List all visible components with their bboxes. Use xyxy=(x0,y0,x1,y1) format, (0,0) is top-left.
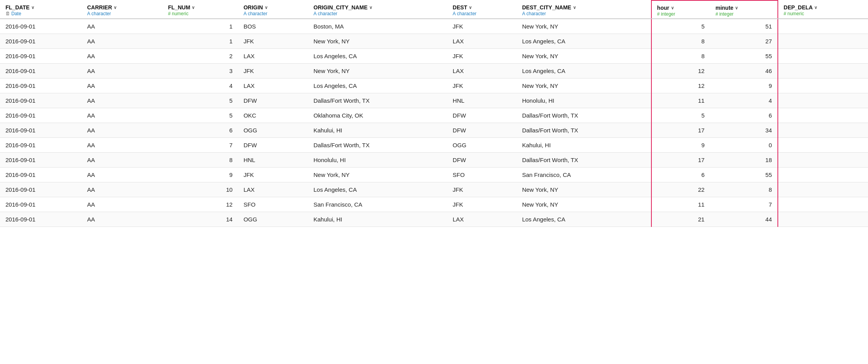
cell-dep_delay xyxy=(778,79,868,93)
cell-dep_delay xyxy=(778,123,868,138)
cell-carrier: AA xyxy=(82,108,162,123)
sort-icon-carrier[interactable]: ∨ xyxy=(114,5,117,10)
cell-origin_city_name: Kahului, HI xyxy=(308,212,447,227)
cell-fl_num: 7 xyxy=(163,138,238,153)
cell-dest: JFK xyxy=(447,49,517,64)
origin-city-type-icon: A xyxy=(313,11,317,16)
cell-minute: 8 xyxy=(710,182,778,197)
cell-carrier: AA xyxy=(82,197,162,212)
cell-origin_city_name: Dallas/Fort Worth, TX xyxy=(308,93,447,108)
cell-dep_delay xyxy=(778,34,868,49)
cell-minute: 6 xyxy=(710,108,778,123)
sort-icon-origin-city[interactable]: ∨ xyxy=(369,5,372,10)
cell-carrier: AA xyxy=(82,123,162,138)
origin-subtype: character xyxy=(248,11,267,16)
sort-icon-origin[interactable]: ∨ xyxy=(265,5,268,10)
carrier-type-icon: A xyxy=(87,11,90,16)
col-header-hour[interactable]: hour ∨ # integer xyxy=(651,0,710,19)
cell-fl_num: 9 xyxy=(163,168,238,182)
cell-hour: 11 xyxy=(651,93,710,108)
cell-carrier: AA xyxy=(82,168,162,182)
cell-fl_num: 1 xyxy=(163,34,238,49)
cell-dest_city_name: San Francisco, CA xyxy=(517,168,651,182)
cell-hour: 6 xyxy=(651,168,710,182)
cell-dep_delay xyxy=(778,108,868,123)
table-row: 2016-09-01AA2LAXLos Angeles, CAJFKNew Yo… xyxy=(0,49,868,64)
dep-delay-label: DEP_DELA xyxy=(784,4,813,11)
cell-carrier: AA xyxy=(82,182,162,197)
cell-fl_date: 2016-09-01 xyxy=(0,64,82,79)
sort-icon-dep-delay[interactable]: ∨ xyxy=(814,5,817,10)
dest-subtype: character xyxy=(457,11,477,16)
cell-fl_date: 2016-09-01 xyxy=(0,19,82,34)
col-header-origin-city[interactable]: ORIGIN_CITY_NAME ∨ A character xyxy=(308,0,447,19)
cell-dep_delay xyxy=(778,212,868,227)
cell-dest_city_name: New York, NY xyxy=(517,49,651,64)
sort-icon-fl-date[interactable]: ∨ xyxy=(31,5,34,10)
cell-minute: 44 xyxy=(710,212,778,227)
cell-fl_date: 2016-09-01 xyxy=(0,93,82,108)
cell-minute: 34 xyxy=(710,123,778,138)
cell-fl_num: 14 xyxy=(163,212,238,227)
cell-hour: 8 xyxy=(651,49,710,64)
cell-carrier: AA xyxy=(82,212,162,227)
cell-minute: 51 xyxy=(710,19,778,34)
minute-type-icon: # xyxy=(715,11,718,17)
cell-hour: 9 xyxy=(651,138,710,153)
cell-origin_city_name: Oklahoma City, OK xyxy=(308,108,447,123)
hour-subtype: integer xyxy=(661,11,675,17)
table-row: 2016-09-01AA5OKCOklahoma City, OKDFWDall… xyxy=(0,108,868,123)
table-row: 2016-09-01AA10LAXLos Angeles, CAJFKNew Y… xyxy=(0,182,868,197)
dest-label: DEST xyxy=(453,4,467,11)
fl-num-subtype: numeric xyxy=(172,11,189,16)
sort-icon-fl-num[interactable]: ∨ xyxy=(192,5,195,10)
cell-dep_delay xyxy=(778,182,868,197)
dep-delay-type-icon: # xyxy=(784,11,786,16)
cell-dest: OGG xyxy=(447,138,517,153)
cell-fl_num: 6 xyxy=(163,123,238,138)
fl-date-subtype: Date xyxy=(11,11,21,16)
cell-dep_delay xyxy=(778,197,868,212)
cell-fl_num: 2 xyxy=(163,49,238,64)
cell-origin: OGG xyxy=(238,123,308,138)
cell-fl_num: 12 xyxy=(163,197,238,212)
col-header-carrier[interactable]: CARRIER ∨ A character xyxy=(82,0,162,19)
table-header-row: FL_DATE ∨ 🗓 Date CARRIER ∨ A xyxy=(0,0,868,19)
cell-fl_date: 2016-09-01 xyxy=(0,168,82,182)
origin-city-label: ORIGIN_CITY_NAME xyxy=(313,4,367,11)
cell-minute: 4 xyxy=(710,93,778,108)
col-header-minute[interactable]: minute ∨ # integer xyxy=(710,0,778,19)
origin-city-subtype: character xyxy=(318,11,337,16)
col-header-fl-date[interactable]: FL_DATE ∨ 🗓 Date xyxy=(0,0,82,19)
cell-dest: SFO xyxy=(447,168,517,182)
col-header-dest-city[interactable]: DEST_CITY_NAME ∨ A character xyxy=(517,0,651,19)
col-header-origin[interactable]: ORIGIN ∨ A character xyxy=(238,0,308,19)
fl-num-label: FL_NUM xyxy=(168,4,190,11)
table-row: 2016-09-01AA1JFKNew York, NYLAXLos Angel… xyxy=(0,34,868,49)
cell-origin: JFK xyxy=(238,168,308,182)
cell-dest_city_name: Dallas/Fort Worth, TX xyxy=(517,153,651,168)
cell-origin: DFW xyxy=(238,138,308,153)
col-header-fl-num[interactable]: FL_NUM ∨ # numeric xyxy=(163,0,238,19)
cell-hour: 17 xyxy=(651,153,710,168)
carrier-label: CARRIER xyxy=(87,4,112,11)
cell-carrier: AA xyxy=(82,153,162,168)
col-header-dest[interactable]: DEST ∨ A character xyxy=(447,0,517,19)
cell-minute: 46 xyxy=(710,64,778,79)
sort-icon-minute[interactable]: ∨ xyxy=(735,5,738,11)
cell-origin_city_name: Kahului, HI xyxy=(308,123,447,138)
cell-origin_city_name: Los Angeles, CA xyxy=(308,79,447,93)
cell-minute: 0 xyxy=(710,138,778,153)
sort-icon-hour[interactable]: ∨ xyxy=(671,5,674,11)
cell-dep_delay xyxy=(778,168,868,182)
cell-origin_city_name: Boston, MA xyxy=(308,19,447,34)
cell-origin_city_name: New York, NY xyxy=(308,64,447,79)
sort-icon-dest[interactable]: ∨ xyxy=(469,5,472,10)
cell-hour: 11 xyxy=(651,197,710,212)
col-header-dep-delay[interactable]: DEP_DELA ∨ # numeric xyxy=(778,0,868,19)
cell-origin_city_name: Honolulu, HI xyxy=(308,153,447,168)
dep-delay-subtype: numeric xyxy=(787,11,804,16)
sort-icon-dest-city[interactable]: ∨ xyxy=(573,5,576,10)
cell-hour: 5 xyxy=(651,19,710,34)
cell-origin: OKC xyxy=(238,108,308,123)
